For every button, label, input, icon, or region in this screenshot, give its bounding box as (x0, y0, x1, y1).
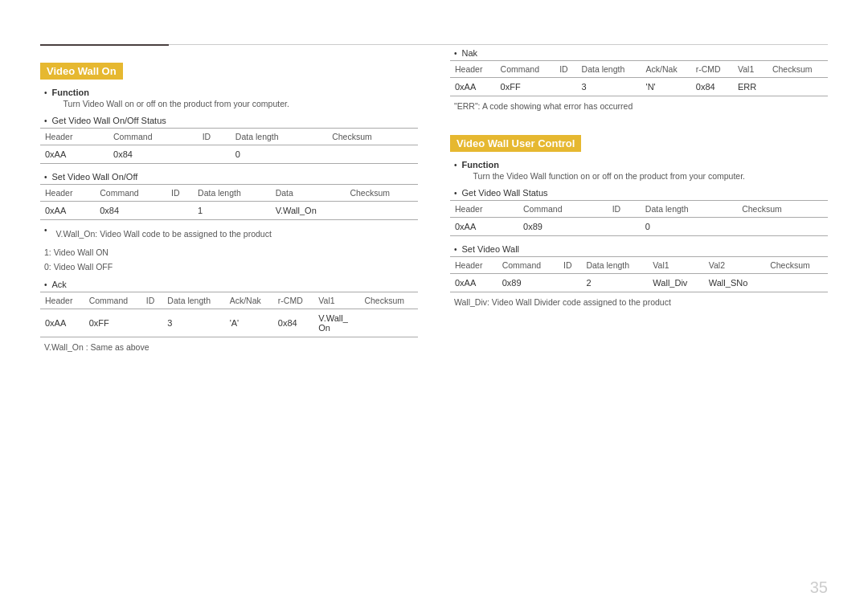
cell-val2: Wall_SNo (704, 274, 765, 292)
cell-ack-nak: 'A' (225, 309, 273, 337)
cell-r-cmd: 0x84 (691, 78, 733, 96)
col-header-ack-nak: Ack/Nak (641, 61, 691, 78)
table-row: 0xAA 0xFF 3 'A' 0x84 V.Wall_On (40, 309, 418, 337)
table-get-video-wall-user: Header Command ID Data length Checksum 0… (450, 200, 828, 236)
cell-checksum (737, 218, 828, 236)
cell-header: 0xAA (40, 202, 95, 220)
col-header-data-length: Data length (581, 257, 648, 274)
col-header-id: ID (555, 61, 576, 78)
col-header-checksum: Checksum (359, 292, 418, 309)
table-row: 0xAA 0x89 2 Wall_Div Wall_SNo (450, 274, 828, 292)
left-column: Video Wall On • Function Turn Video Wall… (40, 32, 418, 357)
cell-command: 0x89 (497, 274, 559, 292)
cell-val1: ERR (733, 78, 768, 96)
table-row: 0xAA 0x84 1 V.Wall_On (40, 202, 418, 220)
cell-data: V.Wall_On (271, 202, 346, 220)
nak-bullet: • Nak (454, 48, 828, 58)
col-header-command: Command (518, 201, 608, 218)
right-set-label: Set Video Wall (462, 244, 520, 254)
nak-label: Nak (462, 48, 478, 58)
col-header-data-length: Data length (231, 129, 327, 145)
bullet-dot-2: • (44, 116, 47, 125)
col-header-header: Header (450, 61, 496, 78)
col-header-header: Header (40, 185, 95, 202)
col-header-header: Header (450, 201, 518, 218)
col-header-header: Header (450, 257, 497, 274)
col-header-header: Header (40, 129, 108, 145)
col-header-val1: Val1 (313, 292, 359, 309)
table-get-video-wall-on: Header Command ID Data length Checksum 0… (40, 128, 418, 164)
col-header-r-cmd: r-CMD (691, 61, 733, 78)
cell-id (198, 145, 231, 164)
col-header-ack-nak: Ack/Nak (225, 292, 273, 309)
col-header-command: Command (497, 257, 559, 274)
cell-data-length: 0 (231, 145, 327, 164)
left-top-accent-line (40, 44, 169, 46)
col-header-command: Command (496, 61, 555, 78)
table-row: 0xAA 0xFF 3 'N' 0x84 ERR (450, 78, 828, 96)
col-header-val1: Val1 (648, 257, 703, 274)
note1-bullet: • V.Wall_On: Video Wall code to be assig… (44, 225, 418, 245)
col-header-data-length: Data length (193, 185, 271, 202)
table-ack-video-wall-on: Header Command ID Data length Ack/Nak r-… (40, 292, 418, 337)
wall-div-note: Wall_Div: Video Wall Divider code assign… (454, 297, 828, 307)
cell-header: 0xAA (450, 218, 518, 236)
cell-checksum (327, 145, 418, 164)
table-row: 0xAA 0x89 0 (450, 218, 828, 236)
cell-header: 0xAA (40, 145, 108, 164)
note2: 1: Video Wall ON (44, 247, 418, 257)
cell-data-length: 3 (162, 309, 224, 337)
col-header-id: ID (559, 257, 581, 274)
cell-val1: Wall_Div (648, 274, 703, 292)
right-get-status-bullet: • Get Video Wall Status (454, 188, 828, 198)
bullet-dot-r2: • (454, 189, 457, 198)
col-header-data-length: Data length (641, 201, 737, 218)
cell-data-length: 3 (577, 78, 641, 96)
right-function-bullet: • Function Turn the Video Wall function … (454, 160, 828, 186)
note3: 0: Video Wall OFF (44, 262, 418, 272)
cell-id (559, 274, 581, 292)
cell-checksum (765, 274, 828, 292)
right-column: • Nak Header Command ID Data length Ack/… (450, 32, 828, 357)
function-desc: Turn Video Wall on or off on the product… (63, 99, 289, 108)
page-number: 35 (810, 578, 828, 597)
function-label: Function (52, 88, 289, 97)
cell-ack-nak: 'N' (641, 78, 691, 96)
right-function-desc: Turn the Video Wall function on or off o… (473, 171, 746, 181)
ack-note: V.Wall_On : Same as above (44, 342, 418, 352)
set-label-bullet: • Set Video Wall On/Off (44, 172, 418, 182)
col-header-checksum: Checksum (327, 129, 418, 145)
cell-data-length: 2 (581, 274, 648, 292)
cell-header: 0xAA (450, 78, 496, 96)
col-header-command: Command (95, 185, 166, 202)
right-section-title: Video Wall User Control (450, 121, 828, 160)
cell-checksum (768, 78, 828, 96)
col-header-val2: Val2 (704, 257, 765, 274)
cell-val1: V.Wall_On (313, 309, 359, 337)
col-header-checksum: Checksum (737, 201, 828, 218)
cell-checksum (359, 309, 418, 337)
cell-data-length: 0 (641, 218, 737, 236)
bullet-dot: • (44, 88, 47, 97)
col-header-command: Command (84, 292, 141, 309)
err-note: "ERR": A code showing what error has occ… (454, 101, 828, 111)
cell-command: 0xFF (496, 78, 555, 96)
col-header-r-cmd: r-CMD (273, 292, 314, 309)
bullet-dot-3: • (44, 173, 47, 182)
right-function-label: Function (462, 160, 746, 170)
col-header-val1: Val1 (733, 61, 768, 78)
table-set-video-wall-user: Header Command ID Data length Val1 Val2 … (450, 256, 828, 292)
bullet-dot-4: • (44, 226, 47, 235)
cell-checksum (345, 202, 418, 220)
col-header-header: Header (40, 292, 84, 309)
right-get-status-label: Get Video Wall Status (462, 188, 548, 198)
table-nak: Header Command ID Data length Ack/Nak r-… (450, 60, 828, 96)
cell-r-cmd: 0x84 (273, 309, 314, 337)
cell-command: 0xFF (84, 309, 141, 337)
col-header-command: Command (108, 129, 198, 145)
cell-id (555, 78, 576, 96)
col-header-checksum: Checksum (765, 257, 828, 274)
get-status-label: Get Video Wall On/Off Status (52, 116, 166, 125)
left-section-title: Video Wall On (40, 48, 418, 88)
col-header-id: ID (198, 129, 231, 145)
